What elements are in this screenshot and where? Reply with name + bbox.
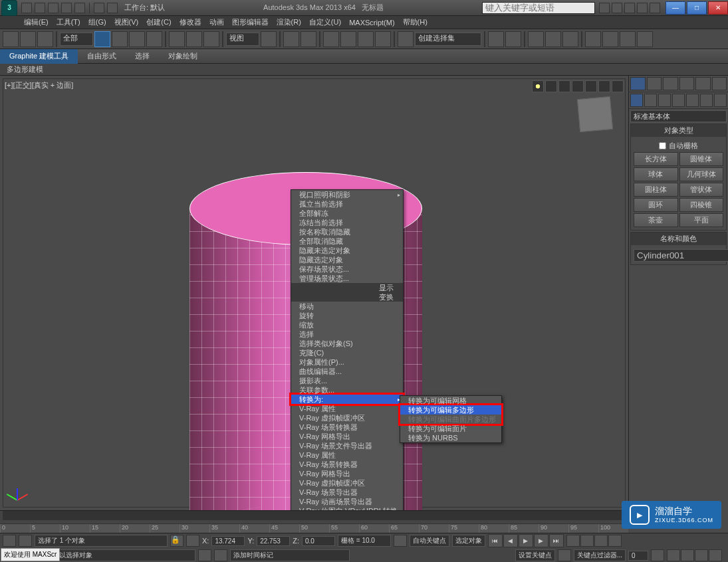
rollout-title-namecolor[interactable]: 名称和颜色 [631, 233, 726, 245]
convert-editmesh[interactable]: 转换为可编辑网格 [400, 396, 501, 405]
trackbar-toggle[interactable] [3, 535, 16, 547]
ctx-select-similar[interactable]: 选择类似对象(S) [291, 339, 403, 348]
create-tab-icon[interactable] [630, 77, 646, 90]
shade-icon-5[interactable] [598, 80, 610, 92]
lights-icon[interactable] [658, 94, 671, 107]
prim-pyramid[interactable]: 四棱锥 [679, 198, 724, 212]
subscription-icon[interactable] [612, 3, 622, 13]
time-tag[interactable]: 添加时间标记 [230, 549, 350, 561]
autogrid-checkbox[interactable] [659, 142, 666, 149]
play-icon[interactable]: ▶ [519, 534, 533, 547]
geometry-icon[interactable] [630, 94, 643, 107]
ctx-move[interactable]: 移动 [291, 302, 403, 311]
shade-icon-2[interactable] [558, 80, 570, 92]
favorites-icon[interactable] [637, 3, 648, 13]
menu-views[interactable]: 视图(V) [110, 17, 143, 27]
display-tab-icon[interactable] [695, 77, 711, 90]
prev-frame-icon[interactable]: ◀ [503, 534, 518, 547]
track-bar[interactable]: 0510152025303540455055606570758085909510… [0, 523, 628, 533]
qat-open[interactable] [35, 3, 45, 13]
welcome-popup[interactable]: 欢迎使用 MAXScr [1, 548, 60, 561]
ctx-unhide-byname[interactable]: 按名称取消隐藏 [291, 227, 403, 236]
ribbon-tab-graphite[interactable]: Graphite 建模工具 [0, 49, 78, 64]
maxtoggle-icon[interactable] [709, 549, 722, 561]
tool-rendersetup[interactable] [602, 31, 618, 47]
ctx-unfreeze-all[interactable]: 全部解冻 [291, 209, 403, 218]
tool-windowcrossing[interactable] [146, 31, 162, 47]
menu-group[interactable]: 组(G) [84, 17, 110, 27]
tool-selset-edit[interactable] [398, 31, 414, 47]
tool-keyboard[interactable] [301, 31, 316, 47]
zoomall-icon[interactable] [580, 535, 594, 547]
isolate-icon[interactable] [198, 549, 211, 561]
ribbon-tab-selection[interactable]: 选择 [126, 49, 159, 64]
current-frame-input[interactable]: 0 [628, 551, 648, 561]
prim-sphere[interactable]: 球体 [634, 167, 678, 181]
ribbon-tab-freeform[interactable]: 自由形式 [78, 49, 126, 64]
qat-link[interactable] [94, 3, 104, 13]
prim-tube[interactable]: 管状体 [679, 183, 724, 197]
systems-icon[interactable] [714, 94, 727, 107]
menu-animation[interactable]: 动画 [205, 17, 228, 27]
ctx-manage-state[interactable]: 管理场景状态... [291, 274, 403, 283]
tool-mirror[interactable] [488, 31, 504, 47]
pan-icon[interactable] [667, 549, 680, 561]
viewcube[interactable] [577, 96, 613, 132]
prim-torus[interactable]: 圆环 [634, 198, 678, 212]
convert-nurbs[interactable]: 转换为 NURBS [400, 433, 501, 442]
selectlock-icon[interactable] [214, 549, 227, 561]
named-selset-dropdown[interactable]: 创建选择集 [415, 33, 481, 46]
ctx-dopesheet[interactable]: 摄影表... [291, 376, 403, 385]
motion-tab-icon[interactable] [679, 77, 695, 90]
goto-end-icon[interactable]: ⏭ [549, 534, 564, 547]
tool-bind[interactable] [37, 31, 53, 47]
time-slider[interactable]: 0 / 100 [0, 510, 628, 523]
shapes-icon[interactable] [644, 94, 657, 107]
tool-snap-2d[interactable] [323, 31, 339, 47]
helpers-icon[interactable] [686, 94, 699, 107]
keyfilter-button[interactable]: 关键点过滤器... [574, 549, 626, 561]
tool-unlink[interactable] [20, 31, 36, 47]
object-name-input[interactable] [634, 249, 728, 262]
ctx-hide-unsel[interactable]: 隐藏未选定对象 [291, 246, 403, 255]
ctx-vray-vfb2[interactable]: V-Ray 虚拟帧缓冲区 [291, 478, 403, 488]
workspace-label[interactable]: 工作台: 默认 [124, 3, 165, 13]
ctx-select[interactable]: 选择 [291, 329, 403, 339]
infocenter-search-icon[interactable] [599, 3, 610, 13]
script-listener-icon[interactable] [19, 535, 32, 547]
rollout-title-objtype[interactable]: 对象类型 [631, 124, 726, 137]
ctx-unhide-all[interactable]: 全部取消隐藏 [291, 236, 403, 246]
prim-cone[interactable]: 圆锥体 [679, 152, 724, 166]
exchange-icon[interactable] [624, 3, 635, 13]
zoom-icon[interactable] [566, 535, 580, 547]
tool-scale[interactable] [203, 31, 219, 47]
tool-selectname[interactable] [112, 31, 128, 47]
app-icon[interactable]: 3 [1, 0, 17, 16]
convert-editpatch-poly[interactable]: 转换为可编辑曲面片多边形 [400, 415, 501, 424]
menu-modifiers[interactable]: 修改器 [176, 17, 205, 27]
tool-link[interactable] [3, 31, 19, 47]
ctx-save-state[interactable]: 保存场景状态... [291, 264, 403, 274]
ctx-vray-animexp[interactable]: V-Ray 动画场景导出器 [291, 497, 403, 506]
timeconfig-icon[interactable] [651, 549, 664, 561]
ribbon-panel-label[interactable]: 多边形建模 [7, 64, 43, 74]
tool-rotate[interactable] [186, 31, 202, 47]
minimize-button[interactable]: — [666, 1, 685, 15]
fov-icon[interactable] [594, 535, 608, 547]
selset-label[interactable]: 选定对象 [452, 535, 485, 547]
qat-dd[interactable] [107, 3, 118, 13]
menu-rendering[interactable]: 渲染(R) [273, 17, 305, 27]
tool-select[interactable] [94, 31, 110, 47]
menu-maxscript[interactable]: MAXScript(M) [345, 19, 398, 27]
tool-schematic[interactable] [562, 31, 578, 47]
shade-icon-6[interactable] [612, 80, 624, 92]
coord-y[interactable]: 22.753 [257, 536, 290, 546]
qat-redo[interactable] [74, 3, 85, 13]
qat-new[interactable] [21, 3, 32, 13]
ctx-vray-sceneexp[interactable]: V-Ray 场景文件导出器 [291, 441, 403, 450]
ctx-convert-to[interactable]: 转换为: [291, 395, 403, 404]
ctx-rotate[interactable]: 旋转 [291, 311, 403, 320]
menu-customize[interactable]: 自定义(U) [305, 17, 345, 27]
coord-x[interactable]: 13.724 [211, 536, 245, 546]
lock-icon[interactable]: 🔒 [170, 535, 183, 547]
